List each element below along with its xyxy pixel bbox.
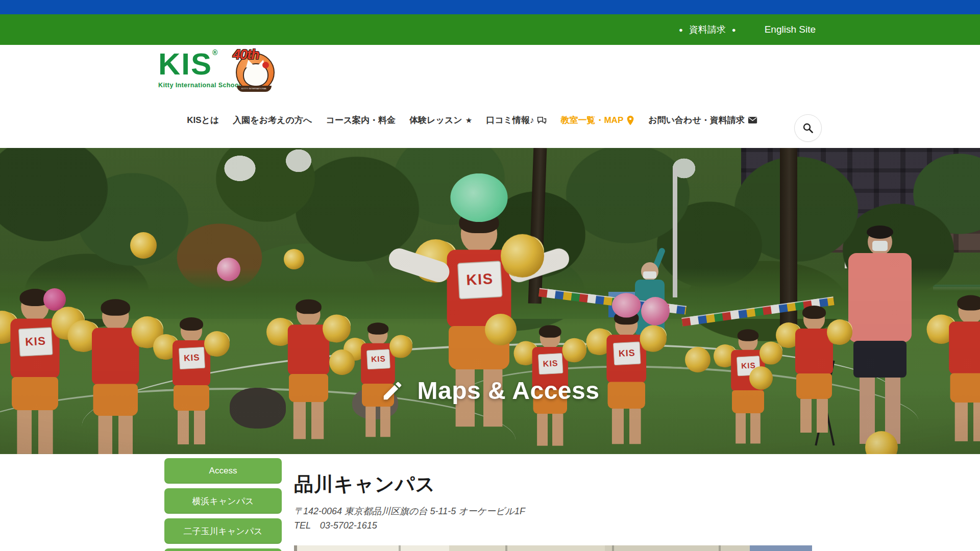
registered-mark: ® [212, 48, 218, 57]
vest-bib: KIS [613, 341, 641, 365]
pompom-icon [329, 349, 355, 375]
pompom-icon [827, 319, 852, 345]
nav-item-course-fees[interactable]: コース案内・料金 [326, 114, 396, 126]
nav-item-reviews[interactable]: 口コミ情報♪ [486, 114, 547, 126]
search-button[interactable] [794, 114, 822, 142]
campus-address: 〒142-0064 東京都品川区旗の台 5-11-5 オーケービル1F TEL … [294, 505, 822, 533]
nav-item-admission[interactable]: 入園をお考えの方へ [233, 114, 312, 126]
pompom-icon [501, 234, 544, 278]
child-figure [944, 297, 980, 454]
pompom-icon [485, 314, 517, 345]
campus-sidebar: Access 横浜キャンパス 二子玉川キャンパス [158, 458, 282, 551]
nav-item-kis-about[interactable]: KISとは [187, 114, 219, 126]
dot-icon: ● [679, 27, 683, 33]
dot-icon: ● [732, 27, 736, 33]
sidebar-item-yokohama[interactable]: 横浜キャンパス [164, 488, 282, 514]
badge-40th-label: 40th [233, 47, 259, 63]
chat-icon [537, 116, 547, 124]
sidebar-item-futakotamagawa[interactable]: 二子玉川キャンパス [164, 518, 282, 544]
campus-main: 品川キャンパス 〒142-0064 東京都品川区旗の台 5-11-5 オーケービ… [294, 458, 822, 551]
content-area: Access 横浜キャンパス 二子玉川キャンパス 品川キャンパス 〒142-00… [158, 454, 822, 551]
utility-pole [673, 167, 677, 297]
pompom-icon [685, 347, 710, 372]
pompom-icon [217, 258, 240, 281]
campus-postal-address: 〒142-0064 東京都品川区旗の台 5-11-5 オーケービル1F [294, 505, 822, 519]
badge-ring-text: KITTY INTERNATIONAL SCHOOL [237, 86, 272, 92]
request-documents-link[interactable]: ● 資料請求 ● [679, 23, 736, 36]
pompom-icon [284, 249, 304, 269]
campus-tel: TEL 03-5702-1615 [294, 519, 822, 533]
pompom-icon [43, 288, 66, 311]
sidebar-item-partial[interactable] [164, 548, 282, 551]
hero-banner: KISKISKISKISKISKISKIS Maps & Access [0, 148, 980, 454]
english-site-link[interactable]: English Site [765, 24, 816, 35]
pompom-icon [323, 314, 351, 342]
top-accent-bar [0, 0, 980, 14]
hero-title: Maps & Access [0, 377, 980, 405]
nav-item-classrooms-map[interactable]: 教室一覧・MAP [560, 114, 634, 126]
map-pin-icon [626, 115, 634, 126]
anniversary-badge: 40th KITTY INTERNATIONAL SCHOOL [233, 48, 276, 93]
vest-bib: KIS [366, 349, 390, 369]
page-title: Maps & Access [418, 377, 600, 405]
pompom-icon [204, 331, 230, 357]
campus-photo [294, 545, 812, 551]
vest-bib: KIS [457, 261, 503, 299]
nav-item-trial-lesson[interactable]: 体験レッスン★ [409, 114, 472, 126]
vest-bib: KIS [179, 347, 205, 370]
utility-bar: ● 資料請求 ● English Site [0, 14, 980, 45]
mail-icon [748, 116, 757, 124]
pencil-icon [381, 379, 404, 403]
vest-bib: KIS [18, 327, 53, 357]
adult-figure [842, 229, 919, 454]
pompom-icon [562, 338, 587, 363]
site-header: KIS® Kitty International School 40th KIT… [0, 45, 980, 148]
child-figure [791, 307, 837, 445]
pompom-icon [760, 342, 782, 365]
sidebar-item-access[interactable]: Access [164, 458, 282, 484]
search-icon [802, 122, 814, 134]
campus-title: 品川キャンパス [294, 471, 822, 497]
pompom-icon [641, 297, 670, 325]
request-documents-label: 資料請求 [689, 23, 726, 36]
cat-mascot-icon [243, 63, 268, 87]
pompom-icon [130, 232, 157, 259]
nav-item-contact[interactable]: お問い合わせ・資料請求 [648, 114, 757, 126]
bow-icon [262, 62, 269, 68]
pompom-icon [389, 335, 412, 358]
pompom-icon [640, 325, 667, 352]
child-figure: KIS [5, 291, 65, 454]
star-icon: ★ [465, 116, 472, 124]
vest-bib: KIS [538, 353, 564, 374]
main-navigation: KISとは 入園をお考えの方へ コース案内・料金 体験レッスン★ 口コミ情報♪ … [158, 114, 786, 126]
